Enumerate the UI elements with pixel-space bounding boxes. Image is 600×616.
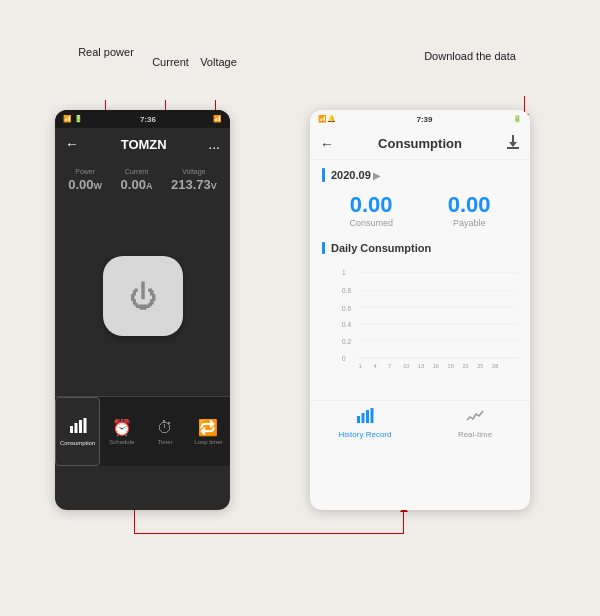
- power-button[interactable]: ⏻: [103, 256, 183, 336]
- svg-marker-5: [509, 142, 517, 147]
- stat-payable-label: Payable: [448, 218, 491, 228]
- metric-voltage-label: Voltage: [171, 168, 217, 175]
- nav-label-loop-timer: Loop timer: [194, 439, 222, 445]
- nav-label-schedule: Schedule: [109, 439, 134, 445]
- loop-timer-icon: 🔁: [198, 418, 218, 437]
- date-text: 2020.09: [331, 169, 371, 181]
- svg-rect-4: [512, 135, 514, 143]
- stat-payable: 0.00 Payable: [448, 192, 491, 228]
- svg-text:28: 28: [492, 363, 498, 369]
- svg-text:1: 1: [359, 363, 362, 369]
- svg-rect-2: [79, 420, 82, 433]
- connector-horizontal: [134, 533, 404, 534]
- annotation-download: Download the data: [415, 50, 525, 63]
- svg-text:16: 16: [433, 363, 439, 369]
- svg-rect-31: [366, 410, 369, 423]
- nav-item-schedule[interactable]: ⏰ Schedule: [100, 397, 143, 466]
- right-nav-realtime[interactable]: Real-time: [420, 401, 530, 445]
- annotation-real-power: Real power: [78, 46, 134, 59]
- svg-rect-0: [70, 426, 73, 433]
- power-center: ⏻: [55, 196, 230, 396]
- section-title: Daily Consumption: [322, 242, 518, 254]
- svg-text:22: 22: [462, 363, 468, 369]
- right-nav-history[interactable]: History Record: [310, 401, 420, 445]
- metric-power-label: Power: [68, 168, 102, 175]
- svg-rect-3: [83, 418, 86, 433]
- schedule-icon: ⏰: [112, 418, 132, 437]
- timer-icon: ⏱: [157, 419, 173, 437]
- phone-right: 📶🔔 7:39 🔋 ← Consumption 2020.09 ▶ 0.00 C…: [310, 110, 530, 510]
- annotation-current: Current: [148, 56, 193, 69]
- status-left-icons: 📶 🔋: [63, 115, 83, 123]
- download-button[interactable]: [506, 135, 520, 152]
- svg-rect-6: [507, 147, 519, 149]
- chart-svg: 1 0.8 0.6 0.4 0.2 0 1 4 7 10 13 16: [342, 266, 518, 372]
- right-nav-realtime-label: Real-time: [458, 430, 492, 439]
- annotation-voltage: Voltage: [196, 56, 241, 69]
- date-arrow[interactable]: ▶: [373, 170, 381, 181]
- status-right-left-icons: 📶🔔: [318, 115, 336, 123]
- metric-current: Current 0.00A: [121, 168, 153, 192]
- section-title-text: Daily Consumption: [331, 242, 431, 254]
- svg-text:1: 1: [342, 269, 346, 276]
- nav-label-consumption: Consumption: [60, 440, 95, 446]
- bottom-nav-left: Consumption ⏰ Schedule ⏱ Timer 🔁 Loop ti…: [55, 396, 230, 466]
- right-content: 2020.09 ▶ 0.00 Consumed 0.00 Payable Dai…: [310, 160, 530, 400]
- svg-text:4: 4: [373, 363, 376, 369]
- status-bar-right: 📶🔔 7:39 🔋: [310, 110, 530, 128]
- phone-left: 📶 🔋 7:36 📶 ← TOMZN ... Power 0.00W Curre…: [55, 110, 230, 510]
- svg-text:0: 0: [342, 355, 346, 362]
- chart-container: 1 0.8 0.6 0.4 0.2 0 1 4 7 10 13 16: [322, 262, 518, 392]
- svg-text:13: 13: [418, 363, 424, 369]
- nav-item-loop-timer[interactable]: 🔁 Loop timer: [187, 397, 230, 466]
- stat-consumed-value: 0.00: [349, 192, 393, 218]
- power-icon: ⏻: [129, 280, 157, 313]
- status-time-right: 7:39: [416, 115, 432, 124]
- metric-voltage-value: 213.73V: [171, 177, 217, 192]
- svg-text:7: 7: [388, 363, 391, 369]
- date-indicator: [322, 168, 325, 182]
- nav-menu-left[interactable]: ...: [208, 136, 220, 152]
- svg-text:25: 25: [477, 363, 483, 369]
- status-bar-left: 📶 🔋 7:36 📶: [55, 110, 230, 128]
- svg-rect-30: [362, 413, 365, 423]
- svg-text:0.2: 0.2: [342, 338, 351, 345]
- nav-title-left: TOMZN: [79, 137, 208, 152]
- nav-back-right[interactable]: ←: [320, 136, 334, 152]
- metric-current-value: 0.00A: [121, 177, 153, 192]
- svg-rect-29: [357, 416, 360, 423]
- nav-back-left[interactable]: ←: [65, 136, 79, 152]
- stat-consumed-label: Consumed: [349, 218, 393, 228]
- nav-bar-left: ← TOMZN ...: [55, 128, 230, 160]
- stat-consumed: 0.00 Consumed: [349, 192, 393, 228]
- svg-text:0.8: 0.8: [342, 287, 351, 294]
- consumption-icon: [69, 418, 87, 438]
- svg-text:10: 10: [403, 363, 409, 369]
- right-bottom-nav: History Record Real-time: [310, 400, 530, 445]
- nav-label-timer: Timer: [158, 439, 173, 445]
- nav-item-consumption[interactable]: Consumption: [55, 397, 100, 466]
- section-indicator: [322, 242, 325, 254]
- history-icon: [356, 408, 374, 428]
- status-right-right-icons: 🔋: [513, 115, 522, 123]
- svg-text:19: 19: [448, 363, 454, 369]
- stats-row: 0.00 Consumed 0.00 Payable: [322, 192, 518, 228]
- connector-vertical-left: [134, 509, 135, 534]
- nav-title-right: Consumption: [334, 136, 506, 151]
- metric-voltage: Voltage 213.73V: [171, 168, 217, 192]
- svg-rect-1: [74, 423, 77, 433]
- nav-item-timer[interactable]: ⏱ Timer: [144, 397, 187, 466]
- svg-text:0.4: 0.4: [342, 321, 351, 328]
- stat-payable-value: 0.00: [448, 192, 491, 218]
- realtime-icon: [466, 408, 484, 428]
- metric-current-label: Current: [121, 168, 153, 175]
- metric-power: Power 0.00W: [68, 168, 102, 192]
- right-nav-history-label: History Record: [339, 430, 392, 439]
- metrics-bar: Power 0.00W Current 0.00A Voltage 213.73…: [55, 160, 230, 196]
- svg-rect-32: [371, 408, 374, 423]
- date-row: 2020.09 ▶: [322, 168, 518, 182]
- svg-text:0.6: 0.6: [342, 305, 351, 312]
- status-right-icons: 📶: [213, 115, 222, 123]
- metric-power-value: 0.00W: [68, 177, 102, 192]
- status-time-left: 7:36: [140, 115, 156, 124]
